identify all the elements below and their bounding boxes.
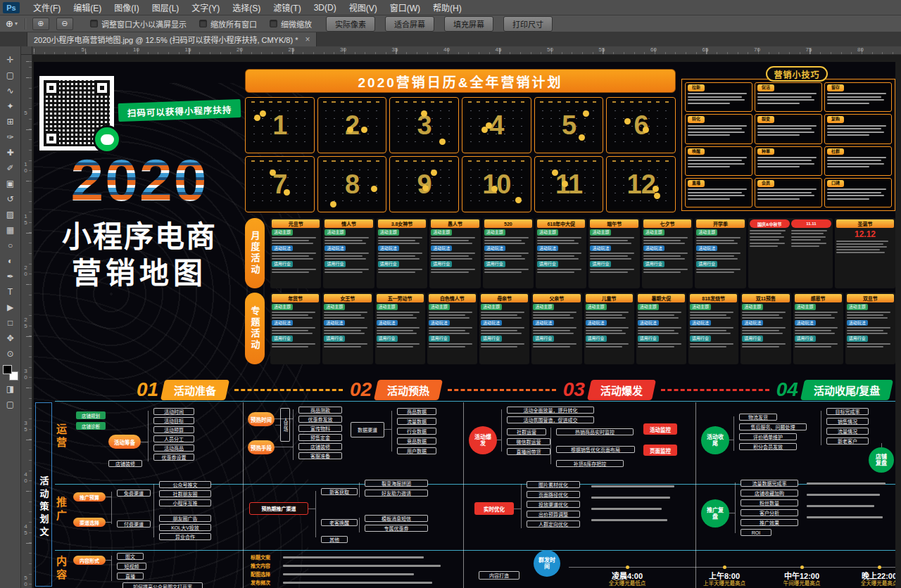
- tip-box-社群: 社群: [824, 146, 892, 176]
- hand-tool-icon[interactable]: ✥: [2, 331, 19, 345]
- move-tool-icon[interactable]: ✛: [2, 52, 19, 67]
- text-line-bar: [742, 333, 783, 334]
- zoom-in-button[interactable]: ⊕: [32, 18, 49, 30]
- path-selection-tool-icon[interactable]: ▶: [2, 300, 19, 314]
- ruler-corner: [21, 46, 32, 55]
- text-line-bar: [481, 333, 522, 334]
- marquee-tool-icon[interactable]: ▢: [2, 68, 19, 82]
- text-line-bar: [484, 240, 522, 241]
- flow-node-商品测款: 商品测款: [298, 407, 342, 414]
- horizontal-ruler[interactable]: 5101520253035404550556065707580: [32, 46, 901, 55]
- text-line-bar: [481, 327, 524, 328]
- gradient-tool-icon[interactable]: ▦: [2, 222, 19, 237]
- menu-item-图层(L)[interactable]: 图层(L): [146, 0, 186, 15]
- field-chip: 活动主题: [429, 304, 450, 310]
- calendar-highlight-dot: [579, 134, 585, 141]
- close-icon[interactable]: ×: [305, 34, 310, 44]
- checkbox-box[interactable]: [90, 20, 98, 27]
- button-打印尺寸[interactable]: 打印尺寸: [503, 16, 553, 32]
- text-line-bar: [696, 237, 741, 238]
- flow-node-客服准备: 客服准备: [298, 452, 342, 459]
- checkbox-细微缩放[interactable]: 细微缩放: [270, 18, 312, 30]
- text-line-bar: [791, 230, 827, 231]
- flow-node-推广复盘: 推广复盘: [701, 499, 729, 528]
- text-line-bar: [836, 246, 887, 248]
- menu-item-滤镜(T)[interactable]: 滤镜(T): [267, 0, 307, 15]
- flow-node-活动目标: 活动目标: [153, 417, 194, 424]
- button-实际像素[interactable]: 实际像素: [326, 16, 375, 32]
- dodge-tool-icon[interactable]: ◐: [2, 253, 19, 268]
- text-line-bar: [324, 333, 365, 334]
- text-line-bar: [757, 132, 814, 133]
- menu-item-文字(Y)[interactable]: 文字(Y): [185, 0, 226, 15]
- blur-tool-icon[interactable]: ○: [2, 238, 19, 253]
- checkbox-box[interactable]: [270, 20, 277, 27]
- text-line-bar: [791, 233, 824, 234]
- quick-mask-icon[interactable]: ◨: [2, 381, 19, 396]
- lasso-tool-icon[interactable]: ∿: [2, 83, 19, 98]
- history-brush-tool-icon[interactable]: ↺: [2, 191, 19, 206]
- eraser-tool-icon[interactable]: ▨: [2, 207, 19, 222]
- ruler-number: 20: [237, 46, 243, 53]
- photoshop-logo: Ps: [3, 2, 20, 13]
- canvas-area[interactable]: 扫码可以获得小程序扶持 2020 小程序电商 营销地图 2020营销日历&全年营…: [32, 55, 901, 588]
- calendar-highlight-dot: [562, 181, 568, 187]
- ruler-number: 15: [23, 213, 29, 226]
- menu-item-编辑(E)[interactable]: 编辑(E): [67, 0, 108, 15]
- text-line-bar: [324, 343, 367, 345]
- text-line-bar: [757, 198, 800, 200]
- vertical-ruler[interactable]: 5101520253035404550: [21, 55, 32, 588]
- flow-node-预热期推广渠道: 预热期推广渠道: [249, 502, 308, 515]
- screen-mode-icon[interactable]: ▢: [2, 397, 19, 411]
- healing-brush-tool-icon[interactable]: ✚: [2, 145, 19, 160]
- document-tab[interactable]: 2020小程序电商营销地图.jpg @ 12.5% (扫码可以获得小程序扶持, …: [27, 32, 317, 46]
- quick-selection-tool-icon[interactable]: ✦: [2, 98, 19, 113]
- checkbox-缩放所有窗口[interactable]: 缩放所有窗口: [199, 18, 257, 30]
- connector-line: [514, 509, 521, 509]
- brush-tool-icon[interactable]: ✐: [2, 160, 19, 175]
- calendar-highlight-dot: [481, 127, 488, 133]
- text-line-bar: [690, 314, 726, 316]
- button-适合屏幕[interactable]: 适合屏幕: [385, 16, 434, 32]
- calendar-month-number: 3: [390, 98, 458, 153]
- menu-item-视图(V)[interactable]: 视图(V): [343, 0, 384, 15]
- calendar-highlight-dot: [515, 197, 522, 203]
- field-chip: 活动主题: [481, 304, 502, 310]
- zoom-tool-icon[interactable]: ⊙: [2, 346, 19, 361]
- eyedropper-tool-icon[interactable]: ✑: [2, 129, 19, 144]
- color-swatches[interactable]: [3, 365, 18, 381]
- lane-label-推广: 推广: [56, 497, 68, 523]
- current-tool-zoom[interactable]: ⊕ ▾: [6, 18, 18, 29]
- checkbox-调整窗口大小以满屏显示[interactable]: 调整窗口大小以满屏显示: [90, 18, 187, 30]
- text-line-bar: [827, 160, 881, 161]
- type-tool-icon[interactable]: T: [2, 284, 19, 299]
- chevron-down-icon[interactable]: ▾: [15, 20, 18, 27]
- tip-box-口碑: 口碑: [824, 178, 892, 207]
- timeline-dot: [800, 565, 804, 569]
- lane-divider: [55, 401, 895, 402]
- phase-number-04: 04: [776, 380, 798, 400]
- zoom-in-icon: ⊕: [37, 19, 44, 28]
- menu-item-文件(F)[interactable]: 文件(F): [27, 0, 67, 15]
- button-填充屏幕[interactable]: 填充屏幕: [444, 16, 493, 32]
- menu-item-3D(D)[interactable]: 3D(D): [308, 0, 343, 15]
- menu-item-帮助(H)[interactable]: 帮助(H): [427, 0, 468, 15]
- foreground-color-swatch[interactable]: [3, 365, 12, 374]
- text-line-bar: [757, 166, 800, 167]
- pen-tool-icon[interactable]: ✒: [2, 269, 19, 283]
- clone-stamp-tool-icon[interactable]: ▣: [2, 176, 19, 191]
- text-line-bar: [742, 330, 779, 331]
- text-line-bar: [377, 343, 420, 345]
- menu-item-图像(I)[interactable]: 图像(I): [108, 0, 145, 15]
- crop-tool-icon[interactable]: ⊞: [2, 114, 19, 129]
- checkbox-box[interactable]: [199, 20, 207, 27]
- flow-node-流量情况: 流量情况: [826, 428, 869, 435]
- menu-item-选择(S)[interactable]: 选择(S): [226, 0, 267, 15]
- field-chip: 适用行业: [690, 335, 711, 342]
- connector-line: [550, 428, 551, 464]
- marketing-card-双旦节: 双旦节活动主题活动玩法适用行业: [845, 293, 895, 364]
- flow-node-小程序互推: 小程序互推: [159, 499, 211, 506]
- shape-tool-icon[interactable]: □: [2, 315, 19, 330]
- zoom-out-button[interactable]: ⊖: [56, 18, 73, 30]
- menu-item-窗口(W)[interactable]: 窗口(W): [384, 0, 427, 15]
